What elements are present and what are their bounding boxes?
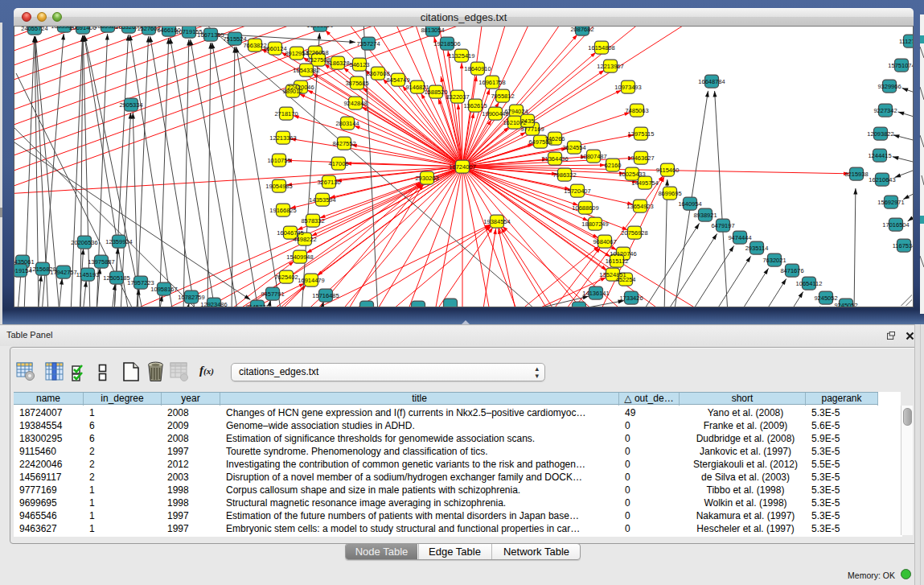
svg-text:7485063: 7485063 xyxy=(625,107,648,114)
svg-text:9329966: 9329966 xyxy=(877,83,901,90)
svg-text:2935114: 2935114 xyxy=(745,245,769,252)
svg-text:6794024: 6794024 xyxy=(504,108,528,115)
svg-text:10807487: 10807487 xyxy=(580,153,606,160)
svg-text:10688609: 10688609 xyxy=(572,204,598,212)
svg-text:20691406: 20691406 xyxy=(69,27,96,31)
svg-text:11325419: 11325419 xyxy=(449,52,475,60)
svg-text:15751074: 15751074 xyxy=(888,62,913,69)
svg-text:20206536: 20206536 xyxy=(71,239,97,246)
svg-text:10654112: 10654112 xyxy=(796,280,823,287)
svg-text:1615112: 1615112 xyxy=(606,257,629,265)
svg-text:13975115: 13975115 xyxy=(628,130,655,138)
svg-text:15692971: 15692971 xyxy=(877,199,904,206)
svg-text:19166825: 19166825 xyxy=(269,207,296,214)
svg-text:17016504: 17016504 xyxy=(882,221,909,229)
svg-text:1733426: 1733426 xyxy=(619,295,643,302)
svg-text:3624554: 3624554 xyxy=(562,144,585,151)
svg-text:19463627: 19463627 xyxy=(627,154,654,162)
svg-text:1362615: 1362615 xyxy=(463,102,487,109)
svg-text:8471676: 8471676 xyxy=(780,267,803,274)
svg-text:9777169: 9777169 xyxy=(520,126,544,133)
svg-text:8578332: 8578332 xyxy=(301,217,324,225)
svg-text:8938921: 8938921 xyxy=(693,212,717,219)
svg-text:12093822: 12093822 xyxy=(867,130,893,138)
svg-text:1167534: 1167534 xyxy=(893,242,913,249)
svg-text:15409948: 15409948 xyxy=(286,253,313,261)
svg-text:9227342: 9227342 xyxy=(873,107,897,114)
svg-text:8427552: 8427552 xyxy=(332,140,355,147)
svg-text:1435061: 1435061 xyxy=(14,258,35,266)
svg-text:12359924: 12359924 xyxy=(105,238,132,245)
svg-text:17942757: 17942757 xyxy=(50,269,76,276)
svg-text:9645771: 9645771 xyxy=(245,303,269,308)
svg-text:3875685: 3875685 xyxy=(345,80,368,87)
svg-text:19054985: 19054985 xyxy=(265,183,292,190)
svg-text:6479197: 6479197 xyxy=(711,222,734,229)
svg-text:18640910: 18640910 xyxy=(464,65,491,72)
svg-text:746266: 746266 xyxy=(544,135,565,142)
svg-text:7357274: 7357274 xyxy=(356,40,380,47)
svg-text:9457791: 9457791 xyxy=(261,290,284,298)
svg-text:10958167: 10958167 xyxy=(150,286,177,293)
svg-text:2718170: 2718170 xyxy=(274,110,298,117)
svg-text:8813054: 8813054 xyxy=(421,27,444,34)
svg-text:417006: 417006 xyxy=(328,160,348,167)
svg-text:14353594: 14353594 xyxy=(309,196,335,204)
svg-text:1145193: 1145193 xyxy=(76,271,100,278)
svg-text:15720407: 15720407 xyxy=(564,187,590,195)
svg-text:10025433: 10025433 xyxy=(618,171,645,178)
svg-text:21364436: 21364436 xyxy=(541,155,568,163)
svg-text:9245052: 9245052 xyxy=(834,302,857,308)
svg-text:2803144: 2803144 xyxy=(335,120,359,127)
svg-text:2435: 2435 xyxy=(521,117,535,125)
svg-text:2905334: 2905334 xyxy=(119,101,142,109)
svg-text:9115460: 9115460 xyxy=(656,167,680,174)
svg-text:12213363: 12213363 xyxy=(269,134,296,142)
svg-text:10973493: 10973493 xyxy=(614,84,641,91)
svg-text:13226058: 13226058 xyxy=(302,49,328,56)
svg-text:62160: 62160 xyxy=(605,162,622,169)
svg-text:7632021: 7632021 xyxy=(762,257,786,264)
svg-text:7625402: 7625402 xyxy=(274,274,298,281)
svg-text:1244415: 1244415 xyxy=(868,152,891,159)
svg-text:14136141: 14136141 xyxy=(582,290,609,297)
svg-text:16543382: 16543382 xyxy=(293,67,319,74)
svg-text:15716485: 15716485 xyxy=(312,292,339,299)
svg-text:8186328: 8186328 xyxy=(326,60,349,67)
svg-text:1640954: 1640954 xyxy=(678,200,701,208)
svg-text:16648784: 16648784 xyxy=(698,78,725,85)
svg-text:7955812: 7955812 xyxy=(491,93,514,100)
svg-text:12505185: 12505185 xyxy=(103,274,129,282)
svg-text:16671355: 16671355 xyxy=(197,31,224,39)
svg-text:16782759: 16782759 xyxy=(178,294,204,301)
svg-text:16154808: 16154808 xyxy=(588,44,614,51)
svg-text:19218506: 19218506 xyxy=(433,40,460,47)
svg-text:7986322: 7986322 xyxy=(552,171,576,179)
svg-text:16961758: 16961758 xyxy=(478,79,505,86)
svg-text:16033809: 16033809 xyxy=(306,27,333,29)
svg-text:9242848: 9242848 xyxy=(343,100,367,107)
svg-text:20756928: 20756928 xyxy=(621,229,647,237)
svg-text:8660124: 8660124 xyxy=(263,45,286,52)
svg-text:8215938: 8215938 xyxy=(844,171,868,178)
svg-text:18724007: 18724007 xyxy=(449,163,475,171)
svg-text:12213967: 12213967 xyxy=(597,63,623,70)
svg-text:12923486: 12923486 xyxy=(200,301,227,308)
svg-text:10120746: 10120746 xyxy=(610,250,636,257)
svg-text:16914479: 16914479 xyxy=(298,277,324,284)
svg-text:4498222: 4498222 xyxy=(293,236,316,243)
svg-text:989012: 989012 xyxy=(282,88,302,95)
svg-text:2087682: 2087682 xyxy=(570,27,593,33)
svg-text:14495754: 14495754 xyxy=(631,179,658,187)
svg-text:24055724: 24055724 xyxy=(21,27,47,32)
svg-text:452254: 452254 xyxy=(615,276,635,283)
svg-text:9474444: 9474444 xyxy=(728,234,751,241)
svg-text:9684067: 9684067 xyxy=(593,238,616,245)
svg-text:1010755: 1010755 xyxy=(267,157,290,164)
svg-text:13654923: 13654923 xyxy=(626,203,653,210)
svg-text:1588520: 1588520 xyxy=(424,89,447,96)
svg-text:8654321: 8654321 xyxy=(567,305,590,308)
svg-text:3267130: 3267130 xyxy=(317,179,340,186)
svg-text:13975887: 13975887 xyxy=(88,258,114,266)
svg-text:18807249: 18807249 xyxy=(581,220,608,228)
